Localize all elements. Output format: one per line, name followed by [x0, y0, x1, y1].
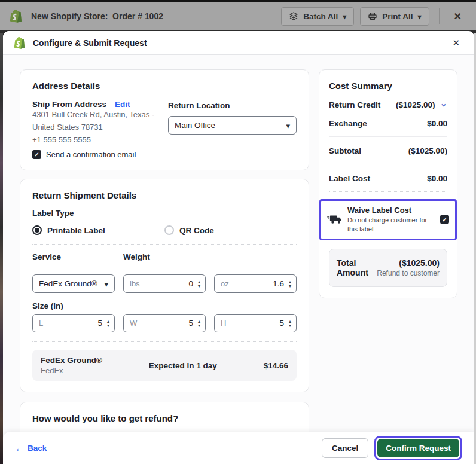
rate-name: FedEx Ground® — [41, 356, 102, 365]
window-close-icon[interactable] — [449, 8, 466, 25]
return-credit-row: Return Credit ($1025.00) — [329, 100, 447, 109]
modal-close-icon[interactable] — [448, 35, 463, 51]
h-value: 5 — [279, 319, 284, 328]
waive-label-cost-description: Do not charge customer for this label — [347, 216, 435, 234]
exchange-row: Exchange $0.00 — [329, 119, 447, 128]
batch-all-button[interactable]: Batch All — [281, 7, 354, 26]
service-select[interactable]: FedEx Ground® — [32, 274, 115, 293]
exchange-label: Exchange — [329, 119, 427, 128]
l-value: 5 — [97, 319, 102, 328]
divider — [32, 341, 297, 342]
printer-icon — [368, 11, 377, 21]
total-amount-value: ($1025.00) — [377, 258, 440, 268]
print-all-label: Print All — [382, 12, 413, 21]
chevron-down-icon — [418, 12, 422, 21]
return-credit-label: Return Credit — [329, 100, 396, 109]
address-details-title: Address Details — [32, 81, 297, 91]
divider — [439, 8, 440, 24]
l-prefix: L — [39, 319, 43, 328]
left-column: Address Details Ship From Address Edit 4… — [20, 69, 309, 464]
oz-prefix: oz — [221, 279, 229, 288]
return-shipment-card: Return Shipment Details Label Type Print… — [20, 179, 309, 392]
weight-lbs-input[interactable]: lbs 0 — [123, 274, 206, 293]
return-credit-value: ($1025.00) — [396, 100, 435, 109]
return-shipment-title: Return Shipment Details — [32, 190, 297, 200]
truck-icon — [327, 214, 343, 225]
service-value: FedEx Ground® — [39, 279, 104, 288]
modal-footer: Back Cancel Confirm Request — [3, 432, 474, 464]
configure-submit-modal: Configure & Submit Request Address Detai… — [3, 31, 474, 464]
qr-code-option[interactable]: QR Code — [164, 225, 297, 235]
lbs-prefix: lbs — [130, 279, 140, 288]
cancel-button[interactable]: Cancel — [322, 438, 368, 458]
stepper-icon[interactable] — [198, 280, 200, 288]
edit-address-link[interactable]: Edit — [115, 100, 130, 109]
exchange-value: $0.00 — [427, 119, 447, 128]
chevron-down-icon — [104, 279, 108, 289]
return-location-value: Main Office — [175, 121, 286, 130]
return-location-block: Return Location Main Office — [168, 100, 297, 159]
label-cost-value: $0.00 — [427, 174, 447, 183]
h-prefix: H — [221, 319, 226, 328]
modal-title: Configure & Submit Request — [33, 38, 441, 48]
total-amount-note: Refund to customer — [377, 269, 440, 277]
w-value: 5 — [188, 319, 193, 328]
rate-price: $14.66 — [264, 361, 288, 370]
weight-oz-input[interactable]: oz 1.6 — [214, 274, 297, 293]
print-all-button[interactable]: Print All — [360, 7, 429, 26]
stepper-icon[interactable] — [198, 319, 200, 328]
address-phone: +1 555 555 5555 — [32, 134, 157, 146]
printable-label-text: Printable Label — [47, 226, 105, 235]
lbs-value: 0 — [188, 279, 193, 288]
confirm-highlight-box: Confirm Request — [374, 436, 462, 460]
address-details-card: Address Details Ship From Address Edit 4… — [20, 69, 309, 170]
subtotal-row: Subtotal ($1025.00) — [329, 146, 447, 155]
divider — [329, 164, 447, 164]
return-location-select[interactable]: Main Office — [168, 116, 297, 135]
total-amount-label: Total Amount — [337, 258, 377, 277]
qr-code-text: QR Code — [179, 226, 214, 235]
divider — [329, 136, 447, 137]
cost-summary-card: Cost Summary Return Credit ($1025.00) Ex… — [319, 69, 457, 298]
stepper-icon[interactable] — [289, 280, 291, 288]
chevron-down-icon — [343, 12, 346, 21]
shipping-rate-row[interactable]: FedEx Ground® FedEx Expected in 1 day $1… — [32, 350, 297, 381]
size-h-input[interactable]: H 5 — [214, 314, 297, 332]
layers-icon — [289, 11, 298, 21]
label-type-label: Label Type — [32, 209, 297, 218]
ship-from-block: Ship From Address Edit 4301 Bull Creek R… — [32, 100, 157, 159]
return-location-label: Return Location — [168, 101, 230, 110]
confirmation-email-label: Send a confirmation email — [46, 150, 136, 159]
chevron-down-icon — [286, 120, 290, 131]
expand-chevron-icon[interactable] — [440, 105, 447, 106]
printable-label-option[interactable]: Printable Label — [32, 225, 164, 235]
size-l-input[interactable]: L 5 — [32, 314, 115, 332]
address-line-1: 4301 Bull Creek Rd, Austin, Texas - — [32, 109, 157, 121]
shopify-logo-icon — [10, 9, 23, 23]
oz-value: 1.6 — [273, 279, 284, 288]
modal-header: Configure & Submit Request — [3, 31, 474, 55]
address-line-2: United States 78731 — [32, 121, 157, 134]
divider — [32, 244, 297, 245]
batch-all-label: Batch All — [303, 12, 338, 21]
stepper-icon[interactable] — [289, 319, 291, 328]
confirm-request-button[interactable]: Confirm Request — [377, 439, 459, 457]
waive-label-cost-box: Waive Label Cost Do not charge customer … — [319, 199, 457, 240]
waive-label-cost-checkbox[interactable] — [440, 215, 449, 224]
shopify-logo-icon — [14, 36, 26, 50]
back-link[interactable]: Back — [15, 443, 47, 453]
background-window-header: New Shopify Store: Order # 1002 Batch Al… — [0, 2, 476, 30]
subtotal-label: Subtotal — [329, 146, 408, 155]
waive-label-cost-title: Waive Label Cost — [347, 206, 435, 215]
right-column: Cost Summary Return Credit ($1025.00) Ex… — [319, 69, 457, 464]
stepper-icon[interactable] — [107, 319, 109, 328]
rate-eta: Expected in 1 day — [102, 361, 264, 370]
rate-carrier: FedEx — [41, 366, 102, 375]
printable-label-radio[interactable] — [32, 225, 42, 235]
label-cost-row: Label Cost $0.00 — [329, 174, 447, 183]
size-w-input[interactable]: W 5 — [123, 314, 206, 332]
qr-code-radio[interactable] — [164, 225, 174, 235]
confirmation-email-checkbox[interactable] — [32, 150, 41, 159]
w-prefix: W — [130, 319, 137, 328]
modal-body: Address Details Ship From Address Edit 4… — [3, 55, 474, 464]
